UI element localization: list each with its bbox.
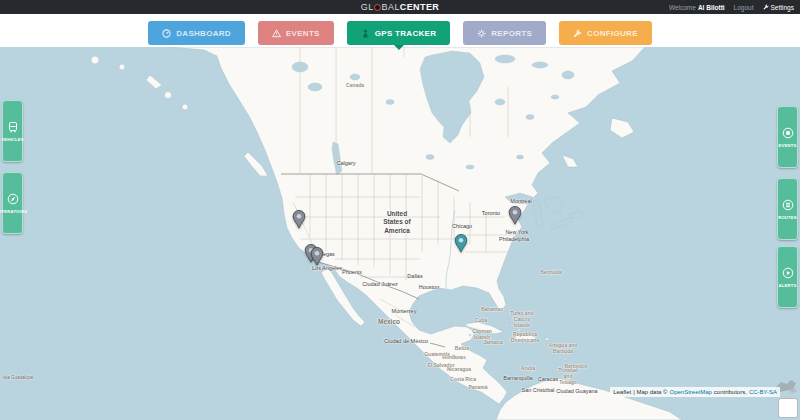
nav-configure-button[interactable]: CONFIGURE [559,21,652,45]
list-circle-icon [782,199,794,211]
welcome-text: WelcomeAl Bilotti [669,4,725,11]
nav-configure-label: CONFIGURE [587,29,638,38]
map-pin-gray[interactable] [310,246,324,266]
nav-gps-tracker-button[interactable]: GPS TRACKER [347,21,451,45]
logout-link[interactable]: Logout [734,4,754,11]
map-pin-teal[interactable] [454,233,468,253]
side-button-operations[interactable]: OPERATIONS [2,172,23,234]
logo-target-icon [374,4,381,11]
warning-icon [272,29,281,38]
top-bar-user-area: WelcomeAl Bilotti Logout Settings [669,0,794,14]
bus-icon [7,121,19,133]
leaflet-label: Leaflet [613,389,631,395]
gauge-icon [162,29,171,38]
license-link[interactable]: CC-BY-SA [749,389,777,395]
nav-events-button[interactable]: EVENTS [258,21,334,45]
side-button-operations-label: OPERATIONS [0,209,27,214]
side-button-routes-label: ROUTES [778,215,797,220]
map-pin-gray[interactable] [508,205,522,225]
map-attribution: Leaflet | Map data © OpenStreetMap contr… [610,387,780,397]
gps-tracker-app: { "header": { "logo_prefix": "GL", "logo… [0,0,800,420]
logo-text-bal: BAL [382,2,400,12]
nav-gps-tracker-label: GPS TRACKER [375,29,437,38]
logo-text-center: CENTER [400,2,439,12]
username: Al Bilotti [698,4,725,11]
gear-icon [477,29,486,38]
side-button-vehicles[interactable]: VEHICLES [2,100,23,162]
settings-link[interactable]: Settings [763,4,795,11]
side-button-routes[interactable]: ROUTES [777,178,798,240]
nav-events-label: EVENTS [286,29,320,38]
nav-reports-button[interactable]: REPORTS [463,21,546,45]
main-nav: DASHBOARD EVENTS GPS TRACKER REPORTS CON… [0,14,800,47]
stop-circle-icon [782,127,794,139]
osm-link[interactable]: OpenStreetMap [670,389,712,395]
map-pin-gray[interactable] [292,209,306,229]
side-button-events[interactable]: EVENTS [777,106,798,168]
nav-dashboard-button[interactable]: DASHBOARD [148,21,245,45]
map-corner-control[interactable] [778,398,798,418]
nav-reports-label: REPORTS [491,29,532,38]
wrench-icon [763,4,769,10]
side-button-vehicles-label: VEHICLES [1,137,24,142]
person-icon [361,29,370,38]
map-canvas[interactable]: CanadaUnited States of AmericaMéxicoCalg… [0,47,800,420]
map-pins-layer [0,47,800,420]
side-button-alerts[interactable]: ALERTS [777,246,798,308]
play-circle-icon [782,267,794,279]
logo-text-gl: GL [361,2,374,12]
side-button-events-label: EVENTS [779,143,797,148]
top-bar: GLBALCENTER WelcomeAl Bilotti Logout Set… [0,0,800,14]
nav-dashboard-label: DASHBOARD [176,29,231,38]
compass-icon [7,193,19,205]
wrench-icon [573,29,582,38]
side-button-alerts-label: ALERTS [779,283,797,288]
